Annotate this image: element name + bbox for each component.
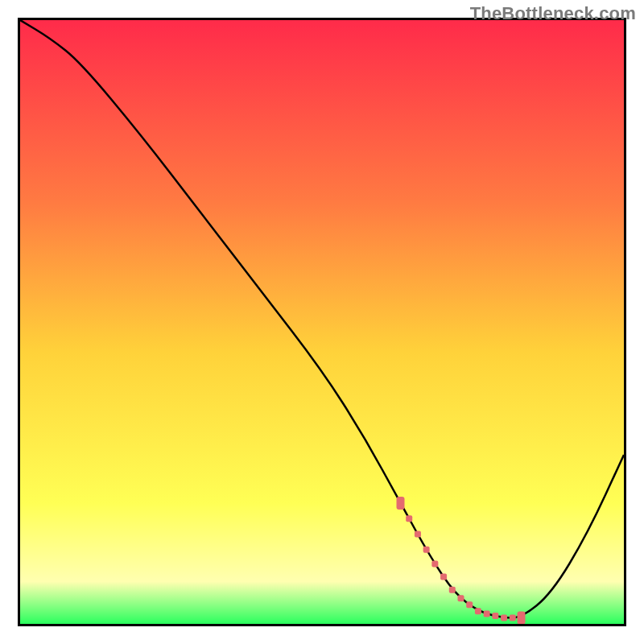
optimal-marker-dot [458,595,464,601]
optimal-marker-endcap [397,497,405,510]
optimal-marker-dot [415,531,421,538]
optimal-marker-band [397,497,526,624]
optimal-marker-dot [475,608,481,614]
optimal-marker-dot [484,610,490,617]
optimal-marker-dot [440,574,447,580]
curve-layer [20,20,624,624]
optimal-marker-dot [423,547,430,553]
bottleneck-curve [20,20,624,618]
plot-area [18,18,626,626]
watermark-text: TheBottleneck.com [470,3,636,24]
optimal-marker-dot [501,615,507,621]
optimal-marker-endcap [518,612,526,625]
optimal-marker-dot [406,515,412,522]
optimal-marker-dot [466,601,473,608]
optimal-marker-dot [510,615,516,621]
chart-container: TheBottleneck.com [0,0,644,644]
optimal-marker-dot [449,587,456,593]
optimal-marker-dot [431,561,438,568]
optimal-marker-dot [492,613,498,619]
